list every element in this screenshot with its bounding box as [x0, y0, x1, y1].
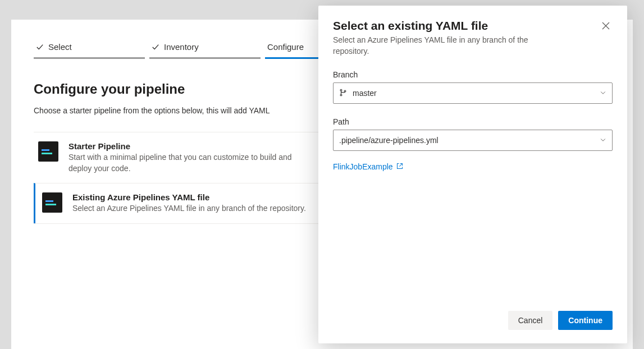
checkmark-icon — [152, 43, 159, 51]
branch-label: Branch — [333, 70, 613, 79]
chevron-down-icon — [600, 89, 606, 98]
option-desc: Select an Azure Pipelines YAML file in a… — [72, 203, 306, 214]
step-label: Select — [48, 42, 72, 52]
svg-point-0 — [340, 89, 342, 91]
pipeline-icon — [38, 141, 58, 162]
step-label: Configure — [267, 42, 304, 52]
pipeline-icon — [42, 192, 62, 213]
branch-icon — [339, 89, 347, 98]
dialog-subtitle: Select an Azure Pipelines YAML file in a… — [333, 35, 558, 57]
path-label: Path — [333, 117, 613, 126]
branch-select[interactable]: master — [333, 82, 613, 104]
close-button[interactable] — [599, 19, 613, 34]
step-inventory[interactable]: Inventory — [149, 42, 261, 59]
dialog-footer: Cancel Continue — [333, 311, 613, 330]
option-title: Existing Azure Pipelines YAML file — [72, 192, 306, 202]
close-icon — [601, 24, 610, 32]
branch-field: Branch master — [333, 70, 613, 104]
continue-button[interactable]: Continue — [558, 311, 613, 330]
chevron-down-icon — [600, 136, 606, 145]
step-select[interactable]: Select — [34, 42, 145, 59]
path-field: Path .pipeline/azure-pipelines.yml — [333, 117, 613, 151]
repo-link[interactable]: FlinkJobExample — [333, 162, 613, 171]
dialog-title: Select an existing YAML file — [333, 19, 558, 33]
path-value: .pipeline/azure-pipelines.yml — [339, 136, 439, 145]
svg-point-1 — [340, 94, 342, 96]
external-link-icon — [396, 162, 403, 171]
step-label: Inventory — [164, 42, 199, 52]
branch-value: master — [353, 89, 377, 98]
svg-point-2 — [344, 90, 346, 92]
option-desc: Start with a minimal pipeline that you c… — [68, 152, 304, 174]
path-select[interactable]: .pipeline/azure-pipelines.yml — [333, 130, 613, 151]
checkmark-icon — [36, 43, 44, 51]
select-yaml-dialog: Select an existing YAML file Select an A… — [318, 6, 627, 343]
option-title: Starter Pipeline — [68, 141, 304, 151]
cancel-button[interactable]: Cancel — [508, 311, 553, 330]
link-label: FlinkJobExample — [333, 162, 393, 171]
